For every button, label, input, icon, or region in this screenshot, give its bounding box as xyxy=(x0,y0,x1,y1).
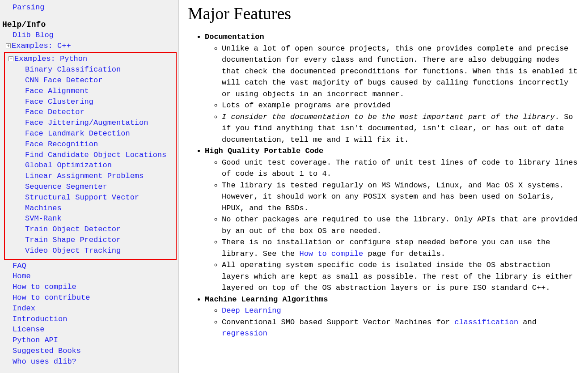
doc-item: I consider the documentation to be the m… xyxy=(222,111,579,146)
nav-py-face-alignment[interactable]: Face Alignment xyxy=(25,86,89,97)
nav-py-binary-classification[interactable]: Binary Classification xyxy=(25,64,121,75)
nav-py-global-optimization[interactable]: Global Optimization xyxy=(25,160,112,171)
ml-item: Conventional SMO based Support Vector Ma… xyxy=(222,317,579,339)
nav-py-face-jittering[interactable]: Face Jittering/Augmentation xyxy=(25,118,148,128)
nav-py-face-landmark[interactable]: Face Landmark Detection xyxy=(25,128,130,139)
link-how-to-compile[interactable]: How to compile xyxy=(299,250,363,258)
link-regression[interactable]: regression xyxy=(222,329,267,338)
nav-license[interactable]: License xyxy=(13,324,44,335)
nav-py-train-object-detector[interactable]: Train Object Detector xyxy=(25,224,121,235)
nav-introduction[interactable]: Introduction xyxy=(13,314,67,325)
nav-py-linear-assignment[interactable]: Linear Assignment Problems xyxy=(25,171,144,182)
nav-home[interactable]: Home xyxy=(13,271,31,282)
doc-item: Unlike a lot of open source projects, th… xyxy=(222,43,579,100)
nav-py-cnn-face-detector[interactable]: CNN Face Detector xyxy=(25,75,102,86)
nav-examples-cpp[interactable]: Examples: C++ xyxy=(12,41,71,51)
nav-parsing[interactable]: Parsing xyxy=(13,2,44,13)
section-help-info: Help/Info xyxy=(2,20,178,29)
nav-py-face-recognition[interactable]: Face Recognition xyxy=(25,139,98,150)
link-classification[interactable]: classification xyxy=(454,318,518,326)
nav-how-to-contribute[interactable]: How to contribute xyxy=(13,292,90,303)
nav-py-video-tracking[interactable]: Video Object Tracking xyxy=(25,246,121,256)
nav-examples-python[interactable]: Examples: Python xyxy=(14,54,87,64)
nav-dlib-blog[interactable]: Dlib Blog xyxy=(13,30,54,41)
portable-item: The library is tested regularly on MS Wi… xyxy=(222,180,579,214)
nav-how-to-compile[interactable]: How to compile xyxy=(13,282,76,292)
nav-suggested-books[interactable]: Suggested Books xyxy=(13,346,81,356)
link-deep-learning[interactable]: Deep Learning xyxy=(222,306,281,315)
nav-python-api[interactable]: Python API xyxy=(13,335,58,346)
nav-who-uses-dlib[interactable]: Who uses dlib? xyxy=(13,356,76,367)
ml-item: Deep Learning xyxy=(222,305,579,317)
portable-item: There is no installation or configure st… xyxy=(222,237,579,259)
nav-py-structural-svm[interactable]: Structural Support Vector Machines xyxy=(25,192,176,214)
nav-py-find-candidate[interactable]: Find Candidate Object Locations xyxy=(25,150,166,161)
feature-portable-code: High Quality Portable Code Good unit tes… xyxy=(205,145,579,294)
portable-item: No other packages are required to use th… xyxy=(222,214,579,237)
feature-ml-algorithms: Machine Learning Algorithms Deep Learnin… xyxy=(205,294,579,339)
nav-faq[interactable]: FAQ xyxy=(13,261,26,271)
feature-title: High Quality Portable Code xyxy=(205,147,323,155)
main-content: Major Features Documentation Unlike a lo… xyxy=(179,0,588,373)
nav-py-train-shape-predictor[interactable]: Train Shape Predictor xyxy=(25,235,121,246)
nav-index[interactable]: Index xyxy=(13,303,35,314)
nav-py-face-clustering[interactable]: Face Clustering xyxy=(25,97,93,107)
nav-py-svm-rank[interactable]: SVM-Rank xyxy=(25,213,62,224)
feature-title: Documentation xyxy=(205,33,264,41)
collapse-minus-icon[interactable]: − xyxy=(8,56,13,61)
nav-py-sequence-segmenter[interactable]: Sequence Segmenter xyxy=(25,182,107,192)
expanded-examples-python: −Examples: Python Binary Classification … xyxy=(4,52,177,259)
feature-documentation: Documentation Unlike a lot of open sourc… xyxy=(205,31,579,145)
page-title: Major Features xyxy=(188,4,579,23)
feature-title: Machine Learning Algorithms xyxy=(205,295,328,304)
nav-py-face-detector[interactable]: Face Detector xyxy=(25,107,85,118)
portable-item: All operating system specific code is is… xyxy=(222,259,579,294)
sidebar: Parsing Help/Info Dlib Blog +Examples: C… xyxy=(0,0,179,373)
expand-plus-icon[interactable]: + xyxy=(6,43,11,48)
doc-item: Lots of example programs are provided xyxy=(222,100,579,111)
portable-item: Good unit test coverage. The ratio of un… xyxy=(222,157,579,180)
